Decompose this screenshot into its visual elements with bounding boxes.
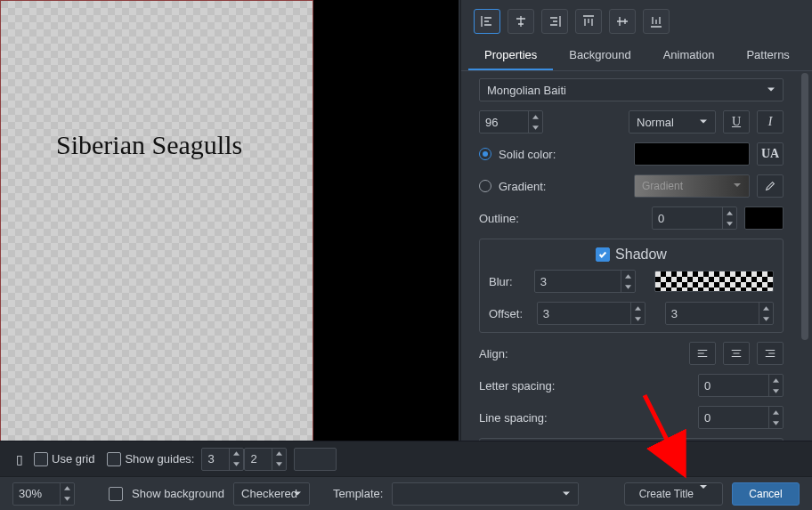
text-align-right-button[interactable] xyxy=(757,342,784,365)
offset-x-stepper[interactable]: 3 xyxy=(537,302,646,325)
align-left-icon[interactable] xyxy=(474,9,500,34)
title-canvas[interactable]: Siberian Seagulls xyxy=(0,0,313,443)
blur-label: Blur: xyxy=(489,275,527,288)
template-select[interactable] xyxy=(392,482,579,506)
outline-label: Outline: xyxy=(479,212,519,225)
line-spacing-label: Line spacing: xyxy=(479,411,548,425)
align-label: Align: xyxy=(479,347,508,360)
text-align-left-button[interactable] xyxy=(689,342,716,365)
outline-color-swatch[interactable] xyxy=(744,206,784,230)
align-vcenter-icon[interactable] xyxy=(609,9,636,34)
line-spacing-stepper[interactable]: 0 xyxy=(698,406,784,429)
show-guides-checkbox[interactable] xyxy=(107,452,121,466)
solid-color-label: Solid color: xyxy=(499,148,556,161)
blur-stepper[interactable]: 3 xyxy=(534,270,636,293)
chevron-down-icon xyxy=(767,84,775,97)
guides-x-stepper[interactable]: 3 xyxy=(201,448,244,471)
align-hcenter-icon[interactable] xyxy=(508,9,534,34)
align-right-icon[interactable] xyxy=(541,9,568,34)
italic-button[interactable]: I xyxy=(757,110,784,134)
show-guides-label: Show guides: xyxy=(125,452,194,465)
shadow-checkbox[interactable] xyxy=(596,247,610,262)
guides-y-stepper[interactable]: 2 xyxy=(244,448,287,471)
tab-patterns[interactable]: Patterns xyxy=(730,41,805,70)
offset-y-stepper[interactable]: 3 xyxy=(665,302,774,325)
font-weight-select[interactable]: Normal xyxy=(629,110,716,134)
panel-scrollbar[interactable] xyxy=(801,73,808,447)
show-background-label: Show background xyxy=(132,487,224,500)
font-select[interactable]: Mongolian Baiti xyxy=(479,78,784,101)
gradient-label: Gradient: xyxy=(499,180,546,193)
solid-color-swatch[interactable] xyxy=(634,142,750,166)
tab-animation[interactable]: Animation xyxy=(647,41,731,70)
template-label: Template: xyxy=(333,487,383,500)
letter-spacing-stepper[interactable]: 0 xyxy=(698,374,784,397)
cancel-button[interactable]: Cancel xyxy=(732,482,800,506)
zoom-stepper[interactable]: 30% xyxy=(12,482,75,506)
gradient-radio[interactable] xyxy=(479,180,491,192)
solid-color-radio[interactable] xyxy=(479,148,491,160)
align-bottom-icon[interactable] xyxy=(643,9,670,34)
shadow-pattern-swatch[interactable] xyxy=(654,271,774,292)
tab-properties[interactable]: Properties xyxy=(468,41,553,70)
bar1-left-icon[interactable]: ▯ xyxy=(12,452,27,466)
canvas-area: Siberian Seagulls xyxy=(0,0,459,470)
toolbar-bottom-2: 30% Show background Checkered Template: … xyxy=(0,476,812,510)
shadow-group: Shadow Blur: 3 Offset: 3 xyxy=(479,239,784,333)
color-options-button[interactable]: UA xyxy=(757,142,784,166)
properties-panel: Properties Background Animation Patterns… xyxy=(460,0,812,470)
title-text[interactable]: Siberian Seagulls xyxy=(56,130,242,160)
use-grid-checkbox[interactable] xyxy=(34,452,48,466)
use-grid-label: Use grid xyxy=(52,452,94,465)
offset-label: Offset: xyxy=(489,307,530,320)
letter-spacing-label: Letter spacing: xyxy=(479,379,555,393)
font-value: Mongolian Baiti xyxy=(487,84,566,97)
panel-tabs: Properties Background Animation Patterns xyxy=(461,41,812,71)
font-size-stepper[interactable]: 96 xyxy=(479,110,543,134)
underline-button[interactable]: U xyxy=(723,110,750,134)
outline-stepper[interactable]: 0 xyxy=(652,206,737,230)
guides-extra-input[interactable] xyxy=(294,448,337,471)
toolbar-bottom-1: ▯ Use grid Show guides: 3 2 xyxy=(0,441,812,476)
text-align-center-button[interactable] xyxy=(723,342,750,365)
gradient-select[interactable]: Gradient xyxy=(634,174,750,198)
background-type-select[interactable]: Checkered xyxy=(233,482,310,506)
tab-background[interactable]: Background xyxy=(553,41,646,70)
create-title-button[interactable]: Create Title xyxy=(624,482,723,506)
align-top-icon[interactable] xyxy=(575,9,602,34)
show-background-checkbox[interactable] xyxy=(109,487,123,501)
align-toolbar xyxy=(461,0,812,41)
gradient-edit-button[interactable] xyxy=(757,174,784,198)
shadow-label: Shadow xyxy=(615,247,667,263)
